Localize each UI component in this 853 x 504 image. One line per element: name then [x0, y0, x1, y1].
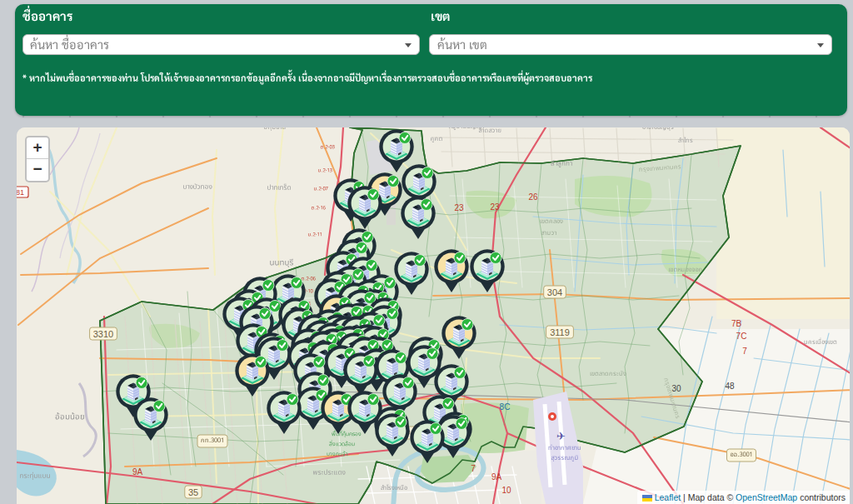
svg-text:23: 23: [490, 202, 500, 212]
svg-text:7: 7: [742, 347, 747, 356]
svg-text:3310: 3310: [93, 329, 113, 339]
svg-text:✈: ✈: [556, 430, 566, 442]
svg-text:7B: 7B: [731, 319, 742, 328]
svg-text:8C: 8C: [500, 402, 511, 412]
svg-text:26: 26: [528, 192, 538, 202]
svg-text:30: 30: [671, 384, 681, 393]
svg-text:9A: 9A: [491, 472, 502, 482]
svg-text:7C: 7C: [736, 332, 747, 341]
svg-text:81: 81: [17, 188, 24, 197]
svg-text:304: 304: [547, 287, 562, 297]
svg-text:35: 35: [188, 487, 198, 497]
svg-text:23: 23: [454, 203, 464, 212]
svg-text:48: 48: [725, 382, 735, 391]
svg-text:9A: 9A: [132, 467, 143, 477]
svg-text:10: 10: [501, 486, 511, 495]
svg-text:3119: 3119: [550, 327, 570, 337]
svg-text:7: 7: [471, 464, 476, 473]
